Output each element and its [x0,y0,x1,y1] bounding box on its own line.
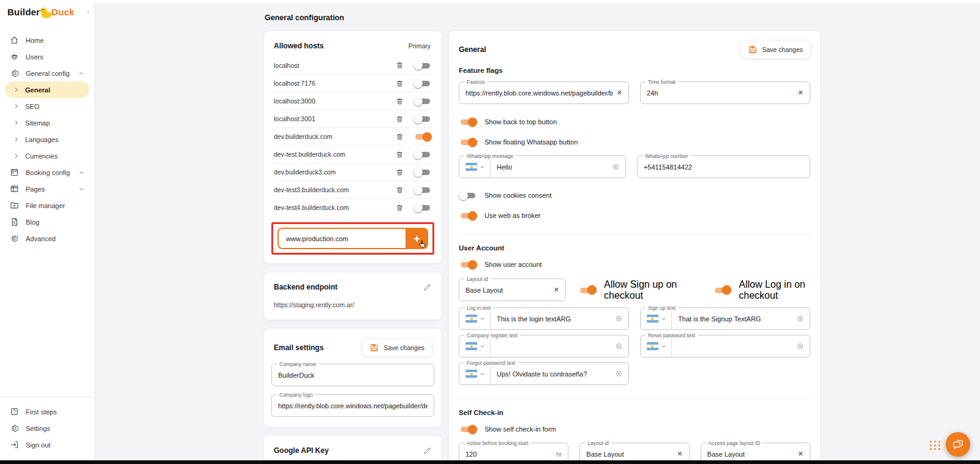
favicon-field[interactable]: Favicon ✕ [459,81,629,104]
language-select[interactable] [459,335,491,357]
company-name-input[interactable] [278,364,428,386]
edit-pencil-icon[interactable] [423,283,432,291]
primary-toggle[interactable] [413,203,432,212]
hosts-list: localhostlocalhost:7176localhost:3000loc… [264,54,442,216]
clear-icon[interactable]: ✕ [613,89,622,97]
sidebar-item-blog[interactable]: Blog [5,214,89,230]
new-host-input[interactable] [277,228,405,249]
forgot-password-text-field[interactable]: Forgot password text [459,362,629,385]
general-save-changes-button[interactable]: Save changes [741,41,810,58]
show-self-checkin-toggle[interactable] [459,424,477,434]
sidebar-item-file-manager[interactable]: File manager [5,197,89,214]
add-translation-icon[interactable] [610,162,619,171]
add-translation-icon[interactable] [794,342,804,351]
sidebar-collapse-icon[interactable]: ‹ [87,8,89,16]
primary-toggle[interactable] [413,185,432,195]
clear-icon[interactable]: ✕ [794,450,804,458]
language-select[interactable] [459,308,491,329]
checkin-layout-id-field[interactable]: Layout id ✕ [579,443,689,460]
company-register-text-field[interactable]: Company register text [459,335,629,357]
add-translation-icon[interactable] [794,314,804,323]
sidebar-item-pages[interactable]: Pages [5,181,89,197]
sidebar-item-advanced[interactable]: Advanced [5,230,89,247]
logo: Builder Duck ‹ [0,0,94,23]
add-translation-icon[interactable] [613,342,622,351]
add-translation-icon[interactable] [613,314,622,323]
signup-text-field[interactable]: Sign up text [640,307,810,330]
primary-toggle[interactable] [413,167,432,177]
sidebar-item-sitemap[interactable]: Sitemap [5,114,89,131]
language-select[interactable] [641,335,672,357]
whatsapp-message-field[interactable]: WhatsApp message [459,155,626,178]
sidebar-item-booking-config[interactable]: Booking config [5,164,89,181]
show-back-to-top-toggle[interactable] [459,117,477,127]
forgot-password-text-input[interactable] [497,363,613,384]
reset-password-text-field[interactable]: Reset password text [640,335,810,357]
allow-signup-toggle[interactable] [578,285,597,295]
clear-icon[interactable]: ✕ [794,89,804,97]
whatsapp-message-input[interactable] [497,156,610,178]
sidebar-item-home[interactable]: Home [5,32,89,48]
primary-toggle[interactable] [413,61,432,70]
sidebar-item-general[interactable]: General [5,81,89,98]
reset-password-text-input[interactable] [678,335,794,357]
add-translation-icon[interactable] [613,369,622,378]
sidebar-item-settings[interactable]: Settings [5,420,89,436]
time-format-field[interactable]: Time format ✕ [640,81,810,104]
signup-text-input[interactable] [678,308,794,329]
active-before-booking-field[interactable]: Active before booking start hr [459,443,568,460]
whatsapp-number-field[interactable]: WhatsApp number [637,155,810,178]
login-text-input[interactable] [497,308,613,329]
allow-login-toggle[interactable] [713,285,731,295]
company-logo-field[interactable]: Company logo [271,394,434,417]
clear-icon[interactable]: ✕ [550,286,559,294]
company-register-text-input[interactable] [497,335,613,357]
time-format-input[interactable] [647,82,794,103]
use-web-as-broker-toggle[interactable] [459,211,477,220]
primary-toggle[interactable] [413,78,432,88]
company-logo-input[interactable] [278,395,428,416]
language-select[interactable] [459,156,491,178]
edit-pencil-icon[interactable] [423,446,432,455]
email-save-changes-button[interactable]: Save changes [363,339,432,356]
trash-icon[interactable] [396,204,404,212]
trash-icon[interactable] [396,133,404,141]
trash-icon[interactable] [396,115,404,123]
login-text-field[interactable]: Log in text [459,307,629,330]
trash-icon[interactable] [396,168,404,176]
trash-icon[interactable] [396,186,404,194]
show-floating-whatsapp-toggle[interactable] [459,137,477,147]
pointer-cursor-icon [418,240,427,249]
primary-toggle[interactable] [413,132,432,141]
sidebar-item-seo[interactable]: SEO [5,98,89,114]
sidebar-item-first-steps[interactable]: First steps [5,403,89,420]
primary-toggle[interactable] [413,96,432,106]
primary-toggle[interactable] [413,149,432,159]
sidebar-item-sign-out[interactable]: Sign out [5,436,89,453]
trash-icon[interactable] [396,61,404,69]
trash-icon[interactable] [396,80,404,88]
favicon-input[interactable] [466,82,613,103]
add-host-button[interactable]: + [405,228,428,249]
company-name-field[interactable]: Company name [271,364,434,386]
sidebar-item-languages[interactable]: Languages [5,131,89,148]
trash-icon[interactable] [396,97,404,105]
sidebar-item-general-config[interactable]: General config [5,65,89,81]
access-page-layout-field[interactable]: Access page layout ID ✕ [701,443,810,460]
sidebar-item-users[interactable]: Users [5,48,89,65]
advanced-gear-icon [10,234,19,243]
whatsapp-number-input[interactable] [644,156,804,178]
user-layout-id-input[interactable] [466,279,550,301]
user-layout-id-field[interactable]: Layout id ✕ [459,279,566,301]
clear-icon[interactable]: ✕ [673,450,682,458]
language-select[interactable] [459,363,491,384]
chat-fab-button[interactable] [946,432,970,457]
sidebar-item-label: Currencies [25,152,58,160]
show-user-account-toggle[interactable] [459,260,477,269]
sidebar-item-currencies[interactable]: Currencies [5,148,89,164]
trash-icon[interactable] [396,151,404,159]
drag-handle-dots-icon[interactable] [930,441,941,450]
show-cookies-consent-toggle[interactable] [459,190,477,200]
language-select[interactable] [641,308,672,329]
primary-toggle[interactable] [413,114,432,124]
